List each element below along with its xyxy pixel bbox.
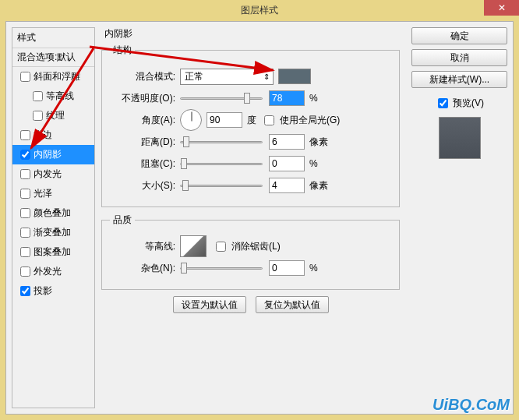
global-light-label: 使用全局光(G) [280, 114, 340, 127]
style-label: 描边 [34, 129, 52, 142]
dialog-body: 样式 混合选项:默认 斜面和浮雕等高线纹理描边内阴影内发光光泽颜色叠加渐变叠加图… [5, 21, 514, 415]
style-checkbox-8[interactable] [20, 228, 30, 238]
style-checkbox-0[interactable] [20, 72, 30, 82]
angle-label: 角度(A): [110, 114, 175, 127]
style-label: 渐变叠加 [34, 226, 71, 239]
noise-slider[interactable] [180, 267, 263, 270]
choke-label: 阻塞(C): [110, 157, 175, 171]
preview-checkbox[interactable] [438, 98, 448, 108]
style-checkbox-10[interactable] [20, 266, 30, 277]
ok-button[interactable]: 确定 [411, 27, 507, 44]
style-item-7[interactable]: 颜色叠加 [12, 203, 94, 223]
styles-header[interactable]: 样式 [12, 28, 94, 48]
style-label: 图案叠加 [34, 245, 71, 259]
panel-title: 内阴影 [101, 27, 400, 41]
shadow-color-swatch[interactable] [278, 69, 311, 84]
noise-label: 杂色(N): [110, 262, 175, 275]
antialias-checkbox[interactable] [216, 242, 226, 252]
preview-swatch [439, 117, 481, 159]
style-label: 等高线 [46, 90, 74, 103]
style-label: 斜面和浮雕 [34, 70, 80, 83]
structure-group: 结构 混合模式: 正常 ⇕ 不透明度(O): 78 % 角度(A): 90 度 [101, 44, 400, 207]
style-checkbox-1[interactable] [33, 91, 43, 101]
set-default-button[interactable]: 设置为默认值 [173, 296, 246, 313]
preview-label: 预览(V) [453, 97, 484, 110]
contour-label: 等高线: [110, 240, 175, 253]
style-checkbox-9[interactable] [20, 247, 30, 257]
style-checkbox-5[interactable] [20, 169, 30, 179]
style-checkbox-7[interactable] [20, 208, 30, 218]
style-item-3[interactable]: 描边 [12, 125, 94, 145]
style-item-5[interactable]: 内发光 [12, 164, 94, 184]
global-light-checkbox[interactable] [264, 115, 274, 125]
style-checkbox-11[interactable] [20, 286, 30, 296]
size-label: 大小(S): [110, 179, 175, 192]
style-item-11[interactable]: 投影 [12, 281, 94, 301]
quality-group: 品质 等高线: 消除锯齿(L) 杂色(N): 0 % [101, 214, 400, 290]
settings-panel: 内阴影 结构 混合模式: 正常 ⇕ 不透明度(O): 78 % 角度(A): [101, 27, 400, 408]
distance-label: 距离(D): [110, 136, 175, 149]
styles-list-panel: 样式 混合选项:默认 斜面和浮雕等高线纹理描边内阴影内发光光泽颜色叠加渐变叠加图… [12, 27, 95, 408]
quality-legend: 品质 [110, 214, 135, 227]
blend-mode-combo[interactable]: 正常 ⇕ [180, 69, 274, 85]
style-checkbox-2[interactable] [33, 111, 43, 121]
cancel-button[interactable]: 取消 [411, 49, 507, 66]
style-label: 颜色叠加 [34, 206, 71, 220]
close-icon: ✕ [498, 2, 506, 13]
style-label: 纹理 [46, 109, 65, 122]
choke-slider[interactable] [180, 163, 263, 165]
distance-unit: 像素 [309, 136, 328, 149]
choke-unit: % [309, 158, 318, 169]
style-item-9[interactable]: 图案叠加 [12, 242, 94, 262]
structure-legend: 结构 [110, 44, 135, 57]
style-label: 光泽 [34, 187, 52, 200]
distance-input[interactable]: 6 [269, 134, 305, 150]
style-item-10[interactable]: 外发光 [12, 262, 94, 281]
noise-input[interactable]: 0 [269, 260, 305, 276]
noise-unit: % [309, 263, 318, 274]
style-label: 内发光 [34, 168, 62, 181]
opacity-slider[interactable] [180, 97, 263, 100]
style-item-8[interactable]: 渐变叠加 [12, 223, 94, 242]
blend-mode-value: 正常 [185, 70, 203, 83]
right-panel: 确定 取消 新建样式(W)... 预览(V) [411, 27, 507, 159]
distance-slider[interactable] [180, 141, 263, 143]
style-item-2[interactable]: 纹理 [12, 106, 94, 125]
style-label: 外发光 [34, 265, 62, 278]
style-checkbox-4[interactable] [20, 150, 30, 160]
angle-input[interactable]: 90 [207, 112, 242, 128]
style-label: 投影 [34, 284, 52, 298]
antialias-label: 消除锯齿(L) [231, 240, 281, 253]
opacity-unit: % [309, 93, 318, 104]
opacity-label: 不透明度(O): [110, 92, 175, 105]
size-input[interactable]: 4 [269, 178, 305, 193]
blend-mode-label: 混合模式: [110, 70, 175, 83]
style-item-1[interactable]: 等高线 [12, 86, 94, 106]
contour-picker[interactable] [180, 235, 207, 257]
size-unit: 像素 [309, 179, 328, 192]
window-title: 图层样式 [241, 4, 278, 17]
style-label: 内阴影 [34, 148, 62, 161]
angle-dial[interactable] [180, 109, 202, 131]
style-checkbox-6[interactable] [20, 189, 30, 199]
chevron-updown-icon: ⇕ [263, 72, 270, 81]
opacity-input[interactable]: 78 [269, 90, 305, 106]
new-style-button[interactable]: 新建样式(W)... [411, 71, 507, 88]
reset-default-button[interactable]: 复位为默认值 [256, 296, 329, 313]
size-slider[interactable] [180, 185, 263, 187]
angle-unit: 度 [247, 114, 256, 127]
close-button[interactable]: ✕ [484, 0, 519, 16]
style-checkbox-3[interactable] [20, 130, 30, 140]
choke-input[interactable]: 0 [269, 156, 305, 171]
style-item-0[interactable]: 斜面和浮雕 [12, 67, 94, 86]
blend-options-row[interactable]: 混合选项:默认 [12, 48, 94, 67]
style-item-6[interactable]: 光泽 [12, 184, 94, 203]
style-item-4[interactable]: 内阴影 [12, 145, 94, 164]
watermark: UiBQ.CoM [432, 396, 510, 414]
